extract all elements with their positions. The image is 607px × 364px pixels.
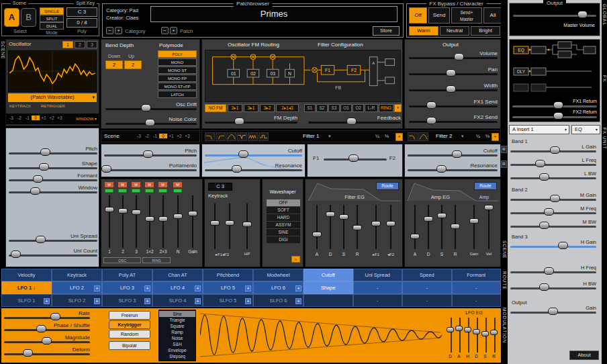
slider-track[interactable] bbox=[468, 318, 469, 353]
slider-handle[interactable] bbox=[446, 85, 456, 93]
filter-eg-route-button[interactable]: Route bbox=[376, 182, 399, 190]
noise-color-slider[interactable]: Noise Color bbox=[105, 118, 197, 127]
mute-button-1[interactable]: M bbox=[105, 182, 113, 187]
feedback-slider[interactable]: Feedback bbox=[308, 116, 401, 126]
fx-off-button[interactable]: Off bbox=[409, 7, 427, 24]
slider-handle[interactable] bbox=[577, 11, 588, 18]
window-slider[interactable]: Window bbox=[9, 186, 97, 195]
slider-track[interactable] bbox=[4, 317, 90, 319]
lfo-eg-release-slider[interactable] bbox=[490, 318, 498, 353]
slider-handle[interactable] bbox=[544, 267, 554, 275]
slider-track[interactable] bbox=[9, 240, 97, 242]
lfo-eg-sustain-slider[interactable] bbox=[481, 318, 489, 353]
slider-handle[interactable] bbox=[550, 146, 560, 154]
character-warm-button[interactable]: Warm bbox=[409, 26, 438, 36]
modsource-slfo2[interactable]: SLFO 2+ bbox=[52, 294, 102, 307]
scene-b-button[interactable]: B bbox=[21, 8, 36, 27]
filter1-label[interactable]: Filter 1 bbox=[303, 133, 319, 139]
slider-handle[interactable] bbox=[558, 242, 568, 249]
width-slider[interactable]: Width bbox=[409, 84, 498, 93]
solo-led-1[interactable] bbox=[105, 189, 113, 193]
feg-f1-depth-slider[interactable] bbox=[371, 205, 381, 249]
fx-unit-tab-vertical[interactable]: FX UNIT bbox=[602, 128, 607, 149]
slider-handle[interactable] bbox=[11, 251, 21, 258]
slider-handle[interactable] bbox=[40, 148, 50, 156]
filter2-dropdown-icon[interactable]: ▾ bbox=[461, 134, 464, 139]
mixer-ring1-slider[interactable] bbox=[145, 195, 154, 248]
lfo-eg-decay-slider[interactable] bbox=[473, 318, 480, 353]
slider-track[interactable] bbox=[4, 329, 90, 331]
slider-track[interactable] bbox=[105, 108, 197, 110]
slider-track[interactable] bbox=[136, 195, 137, 248]
modulation-tab-vertical[interactable]: MODULATION bbox=[502, 308, 507, 343]
scene-octave-p2[interactable]: +2 bbox=[175, 134, 183, 138]
filter-type-notch-icon[interactable] bbox=[237, 132, 247, 141]
polymode-mono-fp[interactable]: MONO FP bbox=[158, 75, 197, 82]
scene-octave-m3[interactable]: -3 bbox=[135, 134, 143, 138]
split-key-value[interactable]: C 3 bbox=[66, 7, 97, 17]
slider-track[interactable] bbox=[9, 179, 97, 181]
modcell-empty[interactable]: - bbox=[402, 294, 452, 307]
lfo-shape-triangle[interactable]: Triangle bbox=[159, 317, 195, 323]
formant-slider[interactable]: Formant bbox=[9, 174, 97, 183]
slider-handle[interactable] bbox=[339, 214, 348, 220]
slider-handle[interactable] bbox=[371, 221, 381, 226]
aeg-attack-slider[interactable] bbox=[410, 205, 420, 249]
mute-button-2[interactable]: M bbox=[118, 182, 127, 187]
modcell-empty[interactable] bbox=[304, 294, 353, 307]
expand-plus-icon[interactable]: + bbox=[245, 285, 251, 291]
slider-handle[interactable] bbox=[326, 212, 335, 217]
slider-handle[interactable] bbox=[539, 222, 549, 229]
expand-plus-icon[interactable]: + bbox=[44, 298, 50, 304]
slider-track[interactable] bbox=[9, 255, 97, 257]
dly-slot[interactable]: DLY bbox=[517, 69, 526, 74]
aeg-sustain-slider[interactable] bbox=[437, 205, 447, 249]
slider-track[interactable] bbox=[409, 57, 498, 59]
filter2-res-retrigger-button[interactable]: R bbox=[501, 161, 507, 168]
shape-slider[interactable]: Shape bbox=[9, 162, 97, 171]
waveshaper-sine[interactable]: SINE bbox=[267, 229, 300, 236]
slider-track[interactable] bbox=[205, 154, 302, 156]
slider-track[interactable] bbox=[510, 177, 596, 179]
fx-type-select[interactable]: EQ▾ bbox=[571, 125, 600, 134]
osc-tab-2[interactable]: 2 bbox=[75, 41, 85, 48]
feg-attack-slider[interactable] bbox=[312, 205, 322, 249]
modcell-empty[interactable]: - bbox=[452, 281, 502, 294]
slider-handle[interactable] bbox=[158, 216, 168, 222]
modtarget-speed[interactable]: Speed bbox=[402, 269, 452, 281]
mixer-ring2-slider[interactable] bbox=[158, 195, 168, 248]
filter1-dropdown-icon[interactable]: ▾ bbox=[328, 134, 331, 139]
octave-plus1[interactable]: +1 bbox=[40, 116, 48, 120]
polymode-mono-st[interactable]: MONO ST bbox=[158, 66, 197, 74]
polymode-mono-stfp[interactable]: MONO ST+FP bbox=[158, 83, 197, 90]
fx-send-button[interactable]: Send bbox=[428, 7, 450, 24]
filter2-cutoff-retrigger-button[interactable]: R bbox=[501, 146, 507, 153]
modsource-poly-at[interactable]: Poly AT bbox=[102, 269, 152, 281]
lfo-shape-noise[interactable]: Noise bbox=[159, 335, 195, 341]
slider-handle[interactable] bbox=[141, 104, 151, 111]
slider-track[interactable] bbox=[9, 152, 97, 154]
slider-handle[interactable] bbox=[446, 69, 456, 77]
slider-handle[interactable] bbox=[436, 165, 447, 173]
keytrack-f1-slider[interactable] bbox=[210, 203, 220, 249]
slider-handle[interactable] bbox=[535, 160, 545, 167]
octave-minus3[interactable]: -3 bbox=[7, 116, 15, 120]
mixer-osc2-slider[interactable] bbox=[118, 195, 128, 248]
slider-handle[interactable] bbox=[173, 214, 183, 219]
slider-handle[interactable] bbox=[105, 207, 114, 212]
filter1-slope-eighth[interactable]: ⅛ bbox=[385, 134, 389, 138]
modsource-modwheel[interactable]: Modwheel bbox=[253, 269, 304, 281]
filter-balance-slider[interactable] bbox=[324, 153, 387, 163]
slider-track[interactable] bbox=[9, 167, 97, 169]
mixer-noise-slider[interactable] bbox=[173, 195, 183, 248]
slider-handle[interactable] bbox=[426, 101, 436, 109]
modsource-lfo5[interactable]: LFO 5+ bbox=[203, 281, 253, 294]
eq-lgain-slider[interactable]: L Gain bbox=[510, 145, 596, 154]
patch-next-button[interactable]: + bbox=[170, 27, 177, 34]
slider-handle[interactable] bbox=[234, 118, 244, 125]
slider-handle[interactable] bbox=[42, 337, 52, 345]
pitch-slider[interactable]: Pitch bbox=[9, 147, 97, 156]
slider-track[interactable] bbox=[229, 203, 230, 249]
slider-track[interactable] bbox=[192, 195, 193, 248]
lfo-eg-delay-slider[interactable] bbox=[447, 318, 454, 353]
